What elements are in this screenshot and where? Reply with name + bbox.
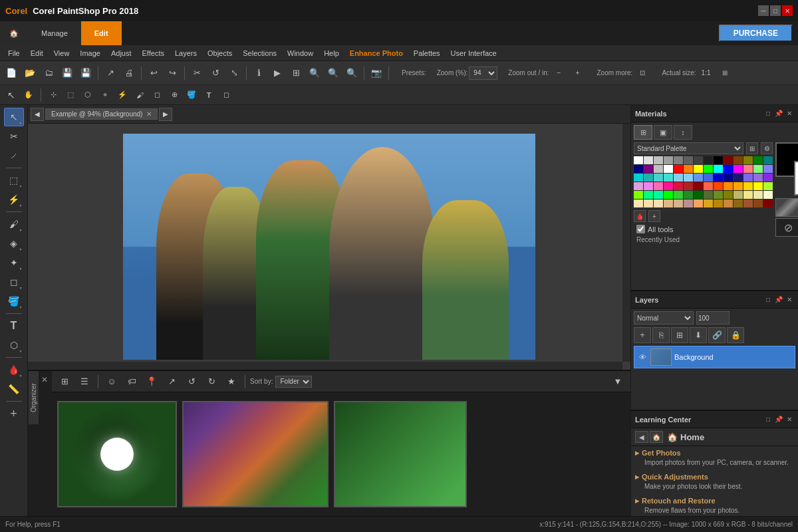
swatch-orangered[interactable] <box>714 182 723 190</box>
strip-rotate-right[interactable]: ↻ <box>203 373 220 390</box>
mat-pin[interactable]: 📌 <box>774 109 783 118</box>
swatch-medspringgreen[interactable] <box>654 191 663 199</box>
swatch-dkblue[interactable] <box>724 174 733 182</box>
swatch-ltgoldenrodyellow[interactable] <box>763 191 773 199</box>
menu-edit[interactable]: Edit <box>25 48 49 59</box>
zoom-more-btn[interactable]: ⊡ <box>634 65 651 82</box>
canvas-next-btn[interactable]: ▶ <box>159 108 172 121</box>
resize-button[interactable]: ⤡ <box>225 65 243 82</box>
swatch-violet[interactable] <box>644 182 653 190</box>
swatch-olive[interactable] <box>743 156 753 164</box>
opacity-input[interactable] <box>696 311 730 325</box>
swatch-ltskyblue[interactable] <box>684 174 693 182</box>
strip-face-btn[interactable]: ☺ <box>103 373 120 390</box>
strip-share-btn[interactable]: ↗ <box>163 373 180 390</box>
photo-thumb-2[interactable] <box>182 401 329 507</box>
swatch-forestgreen[interactable] <box>684 191 693 199</box>
tool-add-layer[interactable]: + <box>4 404 24 423</box>
text-tool[interactable]: T <box>201 88 216 102</box>
swatch-khaki[interactable] <box>743 191 753 199</box>
strip-rotate-left[interactable]: ↺ <box>183 373 200 390</box>
swatch-ltgray2[interactable] <box>654 156 663 164</box>
lc-close[interactable]: ✕ <box>785 415 794 424</box>
swatch-gold[interactable] <box>743 182 753 190</box>
mat-minimize[interactable]: □ <box>763 109 773 118</box>
eraser-tool[interactable]: ◻ <box>150 88 164 102</box>
menu-file[interactable]: File <box>3 48 25 59</box>
strip-map-btn[interactable]: 📍 <box>143 373 160 390</box>
tool-clone[interactable]: ◈▼ <box>4 234 24 253</box>
swatch-dkkhaki[interactable] <box>733 191 743 199</box>
swatch-maroon2[interactable] <box>763 200 773 207</box>
swatch-white[interactable] <box>634 156 643 164</box>
tool-fill[interactable]: 🪣▼ <box>4 292 24 311</box>
swatch-limegreen[interactable] <box>674 191 683 199</box>
blend-mode-select[interactable]: NormalMultiplyScreen <box>634 311 694 325</box>
layers-minimize[interactable]: □ <box>763 295 773 305</box>
canvas-tab-close[interactable]: ✕ <box>146 110 152 118</box>
menu-user-interface[interactable]: User Interface <box>446 48 502 59</box>
magic-wand[interactable]: ⚡ <box>115 88 130 102</box>
swatch-maroon[interactable] <box>724 156 733 164</box>
swatch-medblue[interactable] <box>714 174 723 182</box>
save-button[interactable]: 💾 <box>59 65 76 82</box>
script-button[interactable]: ▶ <box>269 65 286 82</box>
swatch-dkcyan[interactable] <box>634 174 643 182</box>
swatch-medslateblue[interactable] <box>743 174 753 182</box>
swatch-silver[interactable] <box>654 165 663 173</box>
arrow-tool[interactable]: ↖ <box>4 88 19 102</box>
swatch-black[interactable] <box>714 156 723 164</box>
swatch-goldenrod[interactable] <box>704 200 713 207</box>
tool-crop[interactable]: ✂ <box>4 127 24 146</box>
swatch-dkred[interactable] <box>694 182 703 190</box>
swatch-medpurple[interactable] <box>753 174 763 182</box>
swatch-cornflower[interactable] <box>694 174 703 182</box>
menu-selections[interactable]: Selections <box>237 48 282 59</box>
swatch-peru[interactable] <box>724 200 733 207</box>
swatch-ltseagreen[interactable] <box>644 174 653 182</box>
lc-minimize[interactable]: □ <box>763 415 773 424</box>
lc-back-btn[interactable]: ◀ <box>635 431 648 443</box>
photo-thumb-3[interactable] <box>334 401 467 507</box>
menu-view[interactable]: View <box>49 48 75 59</box>
photo-thumb-1[interactable] <box>57 401 177 507</box>
menu-layers[interactable]: Layers <box>170 48 202 59</box>
nav-home-button[interactable]: 🏠 <box>0 21 28 45</box>
swatch-teal[interactable] <box>763 156 773 164</box>
swatch-sandybrown[interactable] <box>694 200 703 207</box>
layer-link[interactable]: 🔗 <box>708 327 726 343</box>
swatch-firebrick[interactable] <box>684 182 693 190</box>
swatch-white2[interactable] <box>664 165 673 173</box>
zoom-in-icon-btn[interactable]: + <box>569 65 587 82</box>
swatch-orange2[interactable] <box>733 182 743 190</box>
swatch-dkgray3[interactable] <box>704 156 713 164</box>
swatch-cyan[interactable] <box>714 165 723 173</box>
tool-arrow[interactable]: ↖▼ <box>4 108 24 126</box>
print-button[interactable]: 🖨 <box>120 65 138 82</box>
background-swatch[interactable] <box>794 161 798 196</box>
swatch-skyblue[interactable] <box>674 174 683 182</box>
browse-button[interactable]: 🗂 <box>40 65 57 82</box>
menu-window[interactable]: Window <box>282 48 319 59</box>
open-button[interactable]: 📂 <box>21 65 39 82</box>
swatch-springgreen[interactable] <box>644 191 653 199</box>
close-button[interactable]: ✕ <box>782 5 793 16</box>
strip-close-button[interactable]: ✕ <box>39 374 51 386</box>
sort-select[interactable]: Folder Date Name <box>275 376 312 388</box>
swatch-ltgray1[interactable] <box>644 156 653 164</box>
swatch-deeppink[interactable] <box>664 182 673 190</box>
shape-tool[interactable]: ◻ <box>219 88 233 102</box>
strip-tag-btn[interactable]: 🏷 <box>123 373 140 390</box>
swatch-sienna[interactable] <box>743 200 753 207</box>
swatch-lime[interactable] <box>704 165 713 173</box>
info-button[interactable]: ℹ <box>250 65 267 82</box>
tool-magic-wand[interactable]: ⚡▼ <box>4 190 24 209</box>
share-button[interactable]: ↗ <box>102 65 119 82</box>
tool-selection[interactable]: ⬚▼ <box>4 171 24 190</box>
swatch-greenyellow[interactable] <box>763 182 773 190</box>
layers-pin[interactable]: 📌 <box>774 295 783 305</box>
nav-manage-button[interactable]: Manage <box>28 21 81 45</box>
swatch-dkgray1[interactable] <box>684 156 693 164</box>
swatch-orange[interactable] <box>684 165 693 173</box>
clone-tool[interactable]: ⊕ <box>167 88 182 102</box>
